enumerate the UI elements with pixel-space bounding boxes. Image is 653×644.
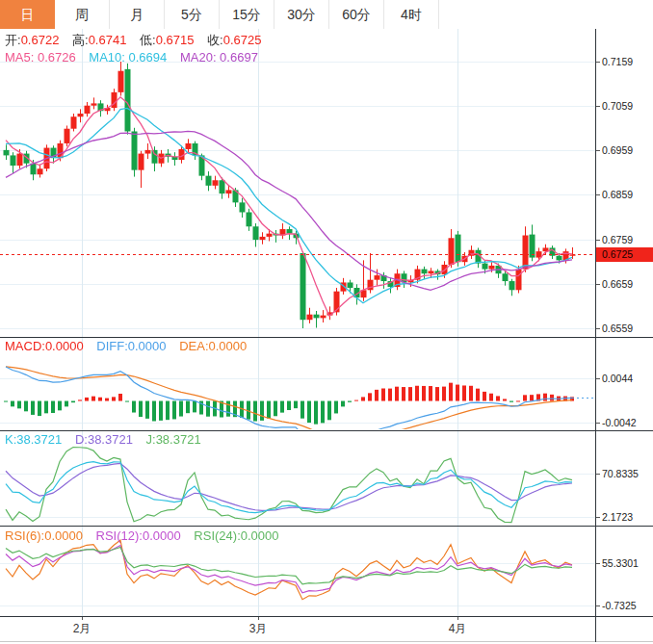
- close-value: 0.6725: [223, 33, 262, 47]
- axis-tick-label: 70.8335: [602, 468, 639, 479]
- tab-日[interactable]: 日: [0, 0, 55, 29]
- tab-60分[interactable]: 60分: [329, 0, 384, 29]
- panel-separator: [0, 430, 653, 431]
- axis-tick-label: 0.6759: [602, 234, 633, 245]
- panel-separator: [0, 337, 653, 338]
- month-label: 2月: [63, 621, 101, 637]
- axis-tick-label: 0.7159: [602, 56, 633, 67]
- axis-tick-label: 0.7059: [602, 100, 633, 112]
- axis-tick-label: 0.6859: [602, 189, 633, 200]
- ma10-readout: MA10: 0.6694: [89, 50, 167, 64]
- axis-tick-label: 55.3301: [602, 557, 639, 569]
- tab-周[interactable]: 周: [55, 0, 110, 29]
- ma5-readout: MA5: 0.6726: [5, 50, 76, 64]
- axis-tick-label: 2.1723: [602, 511, 633, 523]
- low-label: 低:0.6715: [140, 33, 194, 47]
- rsi24-value: RSI(24):0.0000: [194, 528, 278, 543]
- kdj-readout: K:38.3721 D:38.3721 J:38.3721: [5, 432, 211, 447]
- axis-tick-label: 0.6559: [602, 322, 633, 334]
- macd-value: MACD:0.0000: [5, 339, 84, 353]
- rsi-readout: RSI(6):0.0000 RSI(12):0.0000 RSI(24):0.0…: [5, 528, 289, 543]
- axis-tick-label: 0.0044: [602, 373, 633, 384]
- ohlc-readout: 开:0.6722 高:0.6741 低:0.6715 收:0.6725: [5, 32, 271, 49]
- axis-tick-label: -0.0042: [602, 417, 637, 428]
- tab-4时[interactable]: 4时: [384, 0, 439, 29]
- rsi12-value: RSI(12):0.0000: [96, 528, 181, 543]
- panel-separator: [0, 526, 653, 527]
- axis-tick-label: 0.6659: [602, 278, 633, 290]
- axis-border: [595, 29, 596, 642]
- high-value: 0.6741: [89, 33, 127, 47]
- current-price-tag: 0.6725: [595, 247, 653, 262]
- month-label: 4月: [438, 621, 477, 637]
- open-value: 0.6722: [21, 33, 60, 47]
- ma20-readout: MA20: 0.6697: [180, 50, 258, 64]
- ma-readout: MA5: 0.6726 MA10: 0.6694 MA20: 0.6697: [5, 50, 268, 64]
- diff-value: DIFF:0.0000: [96, 339, 166, 353]
- panel-separator: [0, 616, 653, 617]
- tab-30分[interactable]: 30分: [274, 0, 329, 29]
- open-label: 开:0.6722: [5, 33, 59, 47]
- tab-月[interactable]: 月: [110, 0, 165, 29]
- period-tab-bar: 日周月5分15分30分60分4时: [0, 0, 653, 30]
- tab-15分[interactable]: 15分: [220, 0, 274, 29]
- x-axis: 2月3月4月: [0, 616, 653, 642]
- axis-tick-label: -0.7325: [602, 600, 637, 611]
- k-value: K:38.3721: [5, 432, 62, 447]
- macd-readout: MACD:0.0000 DIFF:0.0000 DEA:0.0000: [5, 339, 256, 353]
- j-value: J:38.3721: [146, 432, 201, 447]
- right-axis: 0.6725 0.71590.70590.69590.68590.67590.6…: [595, 29, 653, 642]
- tab-5分[interactable]: 5分: [165, 0, 220, 29]
- d-value: D:38.3721: [75, 432, 133, 447]
- high-label: 高:0.6741: [72, 33, 126, 47]
- axis-tick-label: 0.6959: [602, 144, 633, 156]
- month-label: 3月: [239, 621, 277, 637]
- low-value: 0.6715: [156, 33, 195, 47]
- chart-app: 日周月5分15分30分60分4时 开:0.6722 高:0.6741 低:0.6…: [0, 0, 653, 644]
- close-label: 收:0.6725: [207, 33, 261, 47]
- plot-area: 开:0.6722 高:0.6741 低:0.6715 收:0.6725 MA5:…: [0, 29, 595, 616]
- rsi6-value: RSI(6):0.0000: [5, 528, 83, 543]
- dea-value: DEA:0.0000: [179, 339, 247, 353]
